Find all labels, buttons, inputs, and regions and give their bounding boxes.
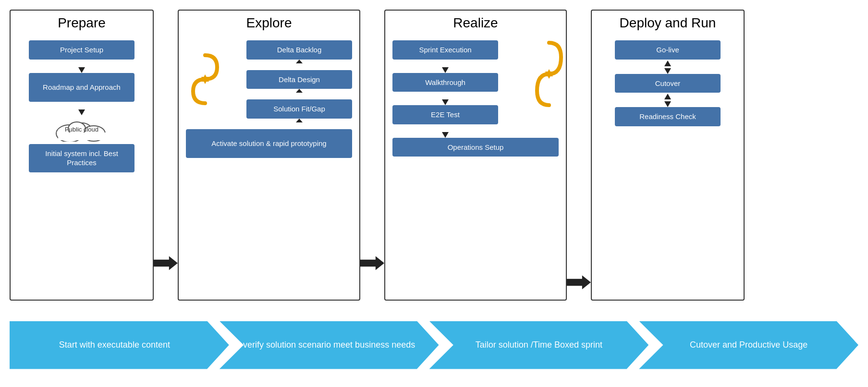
chevron-3: Tailor solution /Time Boxed sprint — [429, 308, 649, 382]
svg-marker-18 — [442, 124, 449, 138]
svg-marker-1 — [78, 102, 85, 115]
chevron-4-label: Cutover and Productive Usage — [690, 340, 807, 350]
roadmap-approach-btn: Roadmap and Approach — [29, 73, 134, 102]
deploy-title: Deploy and Run — [599, 15, 736, 31]
explore-phase: Explore Delta Backlog — [178, 10, 360, 301]
initial-system-btn: Initial system incl. Best Practices — [29, 144, 134, 172]
arrow-down-sprint — [392, 60, 498, 73]
arrow-up-fitgap — [186, 119, 352, 129]
activate-solution-btn: Activate solution & rapid prototyping — [186, 129, 352, 158]
public-cloud: Public cloud — [50, 115, 113, 142]
main-container: Prepare Project Setup Roadmap and Approa… — [0, 0, 868, 387]
chevron-area: Start with executable content verify sol… — [5, 308, 863, 382]
chevron-4: Cutover and Productive Usage — [639, 308, 858, 382]
arrow-down-e2e — [392, 124, 498, 138]
sprint-execution-btn: Sprint Execution — [392, 40, 498, 60]
golive-btn: Go-live — [615, 40, 721, 60]
svg-marker-0 — [78, 60, 85, 73]
arrow-down-2 — [18, 102, 146, 115]
svg-rect-6 — [58, 133, 106, 140]
chevron-1: Start with executable content — [10, 308, 229, 382]
arrow-explore-realize — [360, 254, 384, 272]
realize-title: Realize — [392, 15, 559, 31]
prepare-content: Project Setup Roadmap and Approach — [18, 40, 146, 292]
explore-title: Explore — [186, 15, 352, 31]
deploy-phase: Deploy and Run Go-live Cutover — [591, 10, 745, 301]
cycle-arrows-realize — [535, 40, 563, 108]
explore-content: Delta Backlog — [186, 40, 352, 292]
delta-design-btn: Delta Design — [246, 70, 352, 89]
readiness-check-btn: Readiness Check — [615, 107, 721, 126]
arrow-prepare-explore — [154, 254, 178, 272]
arrow-down-1 — [18, 60, 146, 73]
svg-marker-12 — [296, 119, 303, 129]
e2e-test-btn: E2E Test — [392, 105, 498, 124]
deploy-content: Go-live Cutover — [599, 40, 736, 126]
svg-marker-19 — [567, 275, 591, 289]
chevron-1-label: Start with executable content — [59, 340, 170, 350]
cycle-arrows-explore — [191, 70, 220, 89]
prepare-phase: Prepare Project Setup Roadmap and Approa… — [10, 10, 154, 301]
solution-fitgap-btn: Solution Fit/Gap — [246, 99, 352, 119]
realize-content: Sprint Execution — [392, 40, 559, 157]
delta-backlog-btn: Delta Backlog — [246, 40, 352, 60]
cutover-btn: Cutover — [615, 74, 721, 93]
arrow-down-walkthrough — [392, 92, 498, 105]
realize-phase: Realize Sprint Execution — [384, 10, 567, 301]
svg-marker-8 — [296, 60, 303, 70]
arrow-golive-cutover — [599, 60, 736, 74]
arrow-realize-deploy — [567, 274, 591, 291]
chevron-3-label: Tailor solution /Time Boxed sprint — [476, 340, 602, 350]
project-setup-btn: Project Setup — [29, 40, 134, 60]
svg-marker-13 — [360, 256, 384, 270]
diagram-area: Prepare Project Setup Roadmap and Approa… — [5, 10, 863, 301]
cloud-label: Public cloud — [65, 126, 98, 133]
svg-marker-7 — [154, 256, 178, 270]
walkthrough-btn: Walkthrough — [392, 73, 498, 92]
svg-marker-17 — [442, 92, 449, 105]
chevron-2-label: verify solution scenario meet business n… — [243, 340, 415, 350]
arrow-cutover-readiness — [599, 93, 736, 107]
prepare-title: Prepare — [18, 15, 146, 31]
svg-marker-11 — [296, 89, 303, 99]
svg-marker-16 — [442, 60, 449, 73]
operations-setup-btn: Operations Setup — [392, 138, 559, 157]
chevron-2: verify solution scenario meet business n… — [220, 308, 439, 382]
